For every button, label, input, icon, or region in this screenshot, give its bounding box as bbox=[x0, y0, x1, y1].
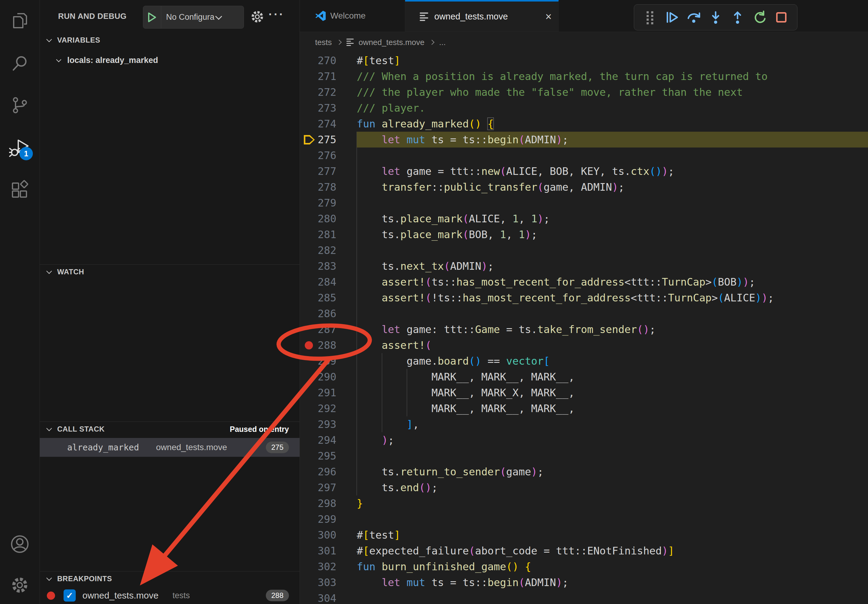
gutter[interactable]: 287 bbox=[300, 321, 357, 337]
step-out-button[interactable] bbox=[729, 9, 746, 26]
gutter[interactable]: 284 bbox=[300, 274, 357, 290]
code-text[interactable]: assert!(!ts::has_most_recent_for_address… bbox=[357, 290, 868, 306]
gutter[interactable]: 276 bbox=[300, 147, 357, 163]
gutter[interactable]: 292 bbox=[300, 401, 357, 417]
code-text[interactable]: assert!(ts::has_most_recent_for_address<… bbox=[357, 274, 868, 290]
gutter[interactable]: 288 bbox=[300, 337, 357, 353]
gutter[interactable]: 291 bbox=[300, 385, 357, 401]
breakpoint-list-item[interactable]: ✓ owned_tests.move tests 288 bbox=[40, 587, 299, 604]
gutter[interactable]: 285 bbox=[300, 290, 357, 306]
gutter[interactable]: 278 bbox=[300, 179, 357, 195]
breadcrumb-more[interactable]: ... bbox=[439, 38, 446, 47]
gutter[interactable]: 302 bbox=[300, 559, 357, 575]
code-line[interactable]: 279 bbox=[300, 195, 868, 211]
breakpoints-section-header[interactable]: BREAKPOINTS bbox=[40, 571, 299, 586]
code-line[interactable]: 278 transfer::public_transfer(game, ADMI… bbox=[300, 179, 868, 195]
extensions-icon[interactable] bbox=[9, 179, 30, 200]
gutter[interactable]: 301 bbox=[300, 543, 357, 559]
code-text[interactable]: ts.end(); bbox=[357, 480, 868, 496]
breadcrumb-folder[interactable]: tests bbox=[315, 38, 332, 47]
code-text[interactable]: } bbox=[357, 496, 868, 511]
gutter[interactable]: 280 bbox=[300, 211, 357, 226]
gutter[interactable]: 297 bbox=[300, 480, 357, 496]
code-line[interactable]: 280 ts.place_mark(ALICE, 1, 1); bbox=[300, 211, 868, 226]
code-text[interactable]: /// player. bbox=[357, 100, 868, 116]
code-line[interactable]: 293 ], bbox=[300, 417, 868, 432]
source-control-icon[interactable] bbox=[9, 94, 30, 116]
gutter[interactable]: 300 bbox=[300, 527, 357, 543]
code-text[interactable]: ts.place_mark(ALICE, 1, 1); bbox=[357, 211, 868, 226]
code-text[interactable]: let mut ts = ts::begin(ADMIN); bbox=[357, 132, 868, 147]
more-actions-icon[interactable]: ··· bbox=[268, 8, 285, 21]
code-lines[interactable]: 270#[test]271/// When a position is alre… bbox=[300, 53, 868, 604]
code-text[interactable]: ); bbox=[357, 432, 868, 448]
breakpoint-checkbox[interactable]: ✓ bbox=[64, 589, 76, 602]
gutter[interactable]: 303 bbox=[300, 575, 357, 590]
code-text[interactable]: fun already_marked() { bbox=[357, 116, 868, 132]
gutter[interactable]: 294 bbox=[300, 432, 357, 448]
code-line[interactable]: 300#[test] bbox=[300, 527, 868, 543]
code-line[interactable]: 294 ); bbox=[300, 432, 868, 448]
close-icon[interactable]: × bbox=[545, 11, 552, 22]
gutter[interactable]: 273 bbox=[300, 100, 357, 116]
debug-settings-gear-icon[interactable] bbox=[250, 9, 265, 26]
code-line[interactable]: 291 MARK__, MARK_X, MARK__, bbox=[300, 385, 868, 401]
search-icon[interactable] bbox=[9, 53, 30, 74]
gutter[interactable]: 298 bbox=[300, 496, 357, 511]
breakpoint-dot-icon[interactable] bbox=[305, 341, 313, 350]
code-line[interactable]: 271/// When a position is already marked… bbox=[300, 68, 868, 84]
start-debug-icon[interactable] bbox=[147, 12, 157, 23]
code-line[interactable]: 301#[expected_failure(abort_code = ttt::… bbox=[300, 543, 868, 559]
account-icon[interactable] bbox=[9, 533, 30, 555]
drag-handle-icon[interactable] bbox=[641, 9, 659, 26]
gutter[interactable]: 295 bbox=[300, 448, 357, 464]
watch-section-header[interactable]: WATCH bbox=[40, 264, 299, 279]
gutter[interactable]: 282 bbox=[300, 242, 357, 258]
code-line[interactable]: 290 MARK__, MARK__, MARK__, bbox=[300, 369, 868, 385]
code-line[interactable]: 283 ts.next_tx(ADMIN); bbox=[300, 258, 868, 274]
code-text[interactable] bbox=[357, 590, 868, 604]
code-text[interactable]: ts.return_to_sender(game); bbox=[357, 464, 868, 480]
code-line[interactable]: 298} bbox=[300, 496, 868, 511]
code-text[interactable]: game.board() == vector[ bbox=[357, 353, 868, 369]
tab-welcome[interactable]: Welcome bbox=[300, 0, 405, 32]
gutter[interactable]: 281 bbox=[300, 226, 357, 242]
code-text[interactable]: MARK__, MARK_X, MARK__, bbox=[357, 385, 868, 401]
code-line[interactable]: 289 game.board() == vector[ bbox=[300, 353, 868, 369]
gutter[interactable]: 283 bbox=[300, 258, 357, 274]
code-line[interactable]: 284 assert!(ts::has_most_recent_for_addr… bbox=[300, 274, 868, 290]
code-line[interactable]: 276 bbox=[300, 147, 868, 163]
variables-section-header[interactable]: VARIABLES bbox=[40, 33, 299, 48]
code-text[interactable] bbox=[357, 195, 868, 211]
code-text[interactable] bbox=[357, 147, 868, 163]
gutter[interactable]: 271 bbox=[300, 68, 357, 84]
gutter[interactable]: 296 bbox=[300, 464, 357, 480]
code-text[interactable]: /// the player who made the "false" move… bbox=[357, 84, 868, 100]
code-text[interactable]: let game = ttt::new(ALICE, BOB, KEY, ts.… bbox=[357, 163, 868, 179]
code-line[interactable]: 272/// the player who made the "false" m… bbox=[300, 84, 868, 100]
step-over-button[interactable] bbox=[685, 9, 702, 26]
gutter[interactable]: 272 bbox=[300, 84, 357, 100]
variables-locals-row[interactable]: locals: already_marked bbox=[40, 52, 299, 68]
code-text[interactable]: ts.place_mark(BOB, 1, 1); bbox=[357, 226, 868, 242]
stop-button[interactable] bbox=[772, 9, 790, 26]
code-text[interactable]: ts.next_tx(ADMIN); bbox=[357, 258, 868, 274]
code-line[interactable]: 304 bbox=[300, 590, 868, 604]
code-line[interactable]: 297 ts.end(); bbox=[300, 480, 868, 496]
code-text[interactable]: let mut ts = ts::begin(ADMIN); bbox=[357, 575, 868, 590]
gutter[interactable]: 290 bbox=[300, 369, 357, 385]
code-line[interactable]: 292 MARK__, MARK__, MARK__, bbox=[300, 401, 868, 417]
code-text[interactable]: #[test] bbox=[357, 527, 868, 543]
code-text[interactable] bbox=[357, 306, 868, 321]
continue-button[interactable] bbox=[663, 9, 680, 26]
code-text[interactable] bbox=[357, 448, 868, 464]
gutter[interactable]: 293 bbox=[300, 417, 357, 432]
code-text[interactable]: transfer::public_transfer(game, ADMIN); bbox=[357, 179, 868, 195]
code-line[interactable]: 296 ts.return_to_sender(game); bbox=[300, 464, 868, 480]
gutter[interactable]: 286 bbox=[300, 306, 357, 321]
code-text[interactable]: fun burn_unfinished_game() { bbox=[357, 559, 868, 575]
code-text[interactable] bbox=[357, 511, 868, 527]
code-line[interactable]: 270#[test] bbox=[300, 53, 868, 68]
code-text[interactable]: #[test] bbox=[357, 53, 868, 68]
gutter[interactable]: 275 bbox=[300, 132, 357, 147]
